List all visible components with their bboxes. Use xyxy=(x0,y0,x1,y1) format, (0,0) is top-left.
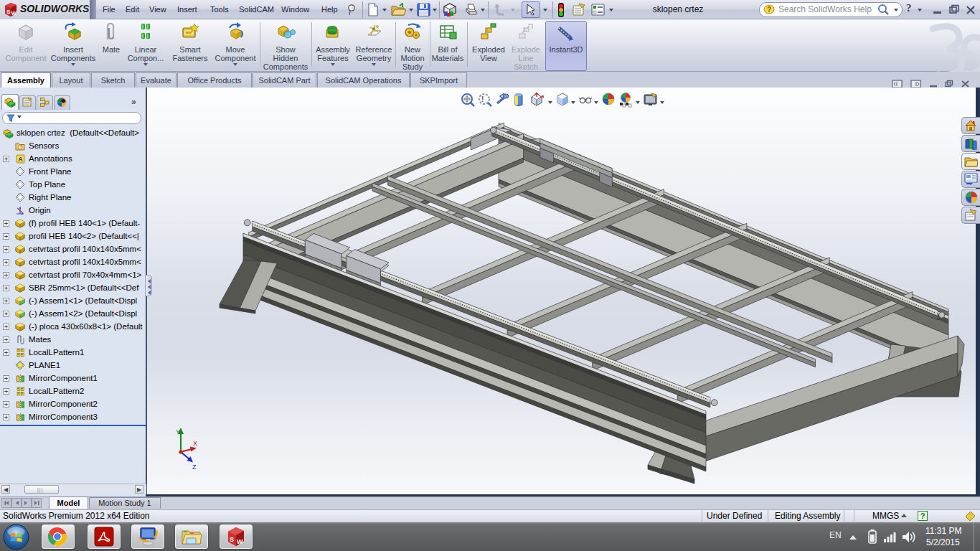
svg-text:S: S xyxy=(6,9,11,15)
svg-text:?: ? xyxy=(767,6,771,14)
svg-text:W: W xyxy=(11,10,17,17)
svg-text:W: W xyxy=(237,538,243,545)
svg-text:S: S xyxy=(230,536,234,543)
